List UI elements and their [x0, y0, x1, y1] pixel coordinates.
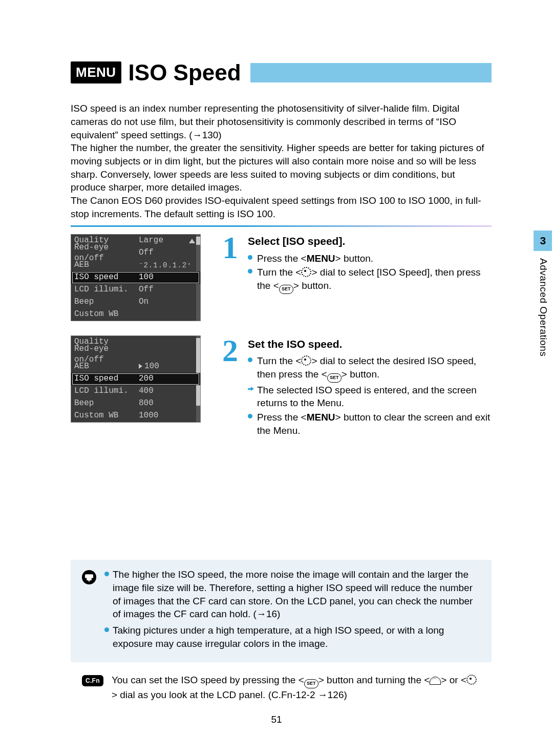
menu-item-label: ISO speed	[74, 373, 139, 385]
step-bullet: Press the <MENU> button.	[248, 252, 492, 265]
menu-item-value: Off	[139, 284, 197, 296]
quick-dial-icon	[466, 675, 477, 685]
step-title: Set the ISO speed.	[248, 337, 492, 351]
menu-item-label: Beep	[74, 297, 139, 308]
step-title: Select [ISO speed].	[248, 234, 492, 248]
menu-item-value: Large	[139, 235, 189, 246]
step-bullet: Press the <MENU> button to clear the scr…	[248, 411, 492, 437]
custom-function-tip: C.Fn You can set the ISO speed by pressi…	[71, 674, 492, 702]
lcd-screenshot-1: QualityLarge Red-eye on/offOff AEB⁻2.1.0…	[71, 234, 201, 321]
caution-icon	[82, 570, 96, 584]
menu-item-label: LCD illumi.	[74, 284, 139, 296]
set-button-icon: SET	[279, 285, 293, 294]
menu-item-value: On	[139, 297, 197, 308]
note-item: Taking pictures under a high temperature…	[104, 624, 480, 650]
menu-item-label: AEB	[74, 260, 139, 271]
divider-gradient	[71, 225, 492, 227]
side-chapter-tab: 3 Advanced Operations	[534, 230, 553, 366]
chapter-label: Advanced Operations	[534, 251, 553, 366]
step-2: 2 Set the ISO speed. Turn the <> dial to…	[222, 337, 492, 438]
bullet-icon	[248, 358, 252, 362]
step-bullet: Turn the <> dial to select [ISO Speed], …	[248, 266, 492, 294]
triangle-icon	[189, 239, 195, 243]
title-accent-bar	[250, 63, 492, 82]
menu-item-label: ISO speed	[74, 272, 139, 283]
intro-paragraph-2: The higher the number, the greater the s…	[71, 141, 492, 194]
menu-item-value: 400	[139, 386, 197, 397]
menu-item-label: Custom WB	[74, 410, 139, 422]
menu-item-value: ⁻2.1.0.1.2⁺	[139, 261, 197, 270]
menu-item-value: Off	[139, 247, 197, 259]
set-button-icon: SET	[327, 373, 342, 383]
arrow-bullet-icon	[248, 387, 254, 391]
chapter-number: 3	[534, 230, 552, 251]
quick-dial-icon	[301, 355, 311, 366]
menu-chip-icon: MENU	[71, 61, 121, 83]
menu-item-label: Custom WB	[74, 309, 139, 320]
bullet-icon	[248, 414, 252, 418]
menu-item-value: 100	[139, 361, 197, 372]
menu-item-label: AEB	[74, 361, 139, 372]
menu-item-label: LCD illumi.	[74, 386, 139, 397]
page-number: 51	[0, 713, 553, 726]
bullet-icon	[104, 572, 109, 576]
cfn-text: You can set the ISO speed by pressing th…	[112, 674, 480, 702]
menu-item-label: Beep	[74, 398, 139, 409]
bullet-icon	[248, 255, 252, 260]
intro-paragraph-3: The Canon EOS D60 provides ISO-equivalen…	[71, 194, 492, 220]
step-bullet: Turn the <> dial to select the desired I…	[248, 354, 492, 383]
set-button-icon: SET	[304, 679, 318, 688]
step-number: 2	[222, 337, 244, 438]
bullet-icon	[104, 627, 109, 632]
menu-item-value: 100	[139, 272, 197, 283]
caution-note-box: The higher the ISO speed, the more noise…	[71, 560, 492, 662]
menu-item-value: 1000	[139, 410, 197, 422]
bullet-icon	[248, 269, 252, 274]
lcd-screenshot-2: Quality Red-eye on/off AEB100 ISO speed2…	[71, 335, 201, 423]
quick-dial-icon	[301, 267, 311, 277]
step-number: 1	[222, 234, 244, 295]
note-item: The higher the ISO speed, the more noise…	[104, 568, 480, 621]
menu-item-value: 800	[139, 398, 197, 409]
main-dial-icon	[430, 677, 441, 685]
intro-paragraph-1: ISO speed is an index number representin…	[71, 102, 492, 141]
menu-item-value: 200	[139, 373, 197, 385]
step-bullet: The selected ISO speed is entered, and t…	[248, 384, 492, 410]
cfn-chip-icon: C.Fn	[82, 675, 103, 686]
step-1: 1 Select [ISO speed]. Press the <MENU> b…	[222, 234, 492, 295]
page-title: ISO Speed	[129, 57, 250, 88]
pointer-icon	[139, 364, 142, 369]
page-heading: MENU ISO Speed	[71, 57, 492, 88]
intro-text: ISO speed is an index number representin…	[71, 102, 492, 220]
